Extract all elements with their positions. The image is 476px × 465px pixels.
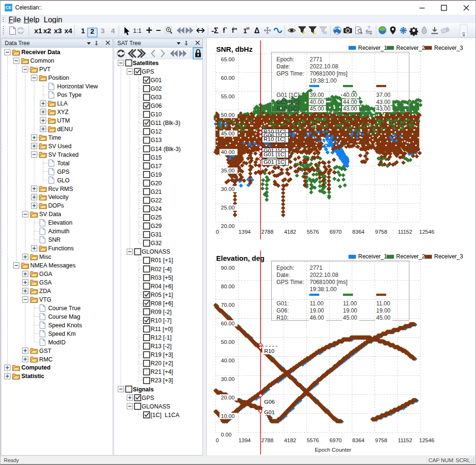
svg-text:G21: G21 bbox=[151, 189, 162, 195]
svg-text:G32: G32 bbox=[151, 240, 162, 247]
svg-text:30.00: 30.00 bbox=[221, 186, 235, 192]
svg-text:Pos Type: Pos Type bbox=[57, 92, 82, 98]
svg-text:G10: G10 bbox=[151, 111, 162, 118]
svg-text:20.00: 20.00 bbox=[221, 395, 235, 400]
svg-text:R01 [+1]: R01 [+1] bbox=[151, 257, 173, 264]
svg-text:19.00: 19.00 bbox=[376, 307, 390, 314]
svg-text:4182: 4182 bbox=[284, 437, 296, 443]
svg-text:2788: 2788 bbox=[261, 437, 274, 443]
svg-text:G14 (Blk-3): G14 (Blk-3) bbox=[151, 146, 181, 152]
svg-text:Elevation: Elevation bbox=[48, 219, 72, 226]
svg-text:Receiver_3: Receiver_3 bbox=[434, 45, 463, 51]
svg-text:DOPs: DOPs bbox=[48, 202, 64, 209]
svg-text:[1C] L1CA: [1C] L1CA bbox=[151, 412, 180, 418]
svg-text:5576: 5576 bbox=[307, 229, 319, 235]
svg-text:3: 3 bbox=[101, 27, 105, 35]
svg-text:SV Used: SV Used bbox=[48, 143, 71, 150]
svg-text:GLONASS: GLONASS bbox=[142, 248, 170, 255]
svg-text:Date:: Date: bbox=[276, 272, 290, 278]
svg-text:70681000 [ms]: 70681000 [ms] bbox=[310, 279, 347, 285]
svg-text:11.00: 11.00 bbox=[343, 300, 357, 307]
svg-text:ModID: ModID bbox=[48, 339, 66, 346]
svg-text:G17: G17 bbox=[151, 163, 162, 170]
svg-text:55.00: 55.00 bbox=[221, 94, 235, 99]
svg-text:GPS: GPS bbox=[57, 169, 69, 175]
svg-text:G13: G13 bbox=[151, 137, 162, 143]
svg-text:30.00: 30.00 bbox=[221, 376, 235, 382]
svg-text:GPS: GPS bbox=[142, 68, 154, 75]
svg-text:RMC: RMC bbox=[39, 356, 53, 363]
svg-text:40.00: 40.00 bbox=[310, 99, 324, 105]
svg-text:x2: x2 bbox=[43, 27, 51, 35]
svg-text:G01 [1C]: G01 [1C] bbox=[264, 159, 286, 165]
svg-text:1: 1 bbox=[81, 27, 85, 35]
svg-text:Receiver_1: Receiver_1 bbox=[358, 45, 387, 51]
svg-text:43.00: 43.00 bbox=[343, 105, 357, 112]
svg-text:SNR, dbHz: SNR, dbHz bbox=[216, 45, 253, 53]
svg-text:20.00: 20.00 bbox=[221, 223, 235, 229]
svg-text:Satellites: Satellites bbox=[133, 60, 159, 66]
svg-text:2788: 2788 bbox=[261, 229, 274, 235]
svg-text:Receiver_1: Receiver_1 bbox=[358, 253, 387, 260]
svg-text:12546: 12546 bbox=[419, 437, 434, 443]
svg-text:70681000 [ms]: 70681000 [ms] bbox=[310, 70, 347, 77]
svg-text:0: 0 bbox=[216, 437, 219, 443]
svg-text:12546: 12546 bbox=[419, 229, 434, 235]
svg-text:f": f" bbox=[232, 27, 237, 34]
svg-text:G02: G02 bbox=[151, 85, 162, 92]
svg-text:XYZ: XYZ bbox=[57, 109, 69, 115]
svg-text:G15: G15 bbox=[151, 154, 162, 161]
svg-text:P: P bbox=[303, 30, 306, 35]
svg-text:40.00: 40.00 bbox=[343, 92, 357, 98]
svg-text:G06 [1C]:: G06 [1C]: bbox=[276, 99, 301, 105]
svg-text:SV Data: SV Data bbox=[39, 211, 61, 218]
svg-text:43.00: 43.00 bbox=[376, 99, 390, 105]
svg-text:Position: Position bbox=[48, 75, 69, 81]
svg-text:50.00: 50.00 bbox=[221, 339, 235, 345]
svg-text:G25: G25 bbox=[151, 214, 162, 221]
svg-text:Signals: Signals bbox=[133, 386, 154, 393]
svg-text:R13 [-2]: R13 [-2] bbox=[151, 343, 171, 350]
svg-text:Total: Total bbox=[57, 160, 69, 167]
svg-text:R21 [+4]: R21 [+4] bbox=[151, 369, 173, 375]
svg-text:M: M bbox=[324, 30, 327, 35]
svg-text:G11 (Blk-3): G11 (Blk-3) bbox=[151, 120, 180, 126]
svg-text:60.00: 60.00 bbox=[221, 75, 235, 81]
svg-text:R02 [-4]: R02 [-4] bbox=[151, 266, 171, 273]
svg-text:2771: 2771 bbox=[310, 265, 323, 271]
svg-text:Time: Time bbox=[48, 134, 61, 141]
svg-text:60.00: 60.00 bbox=[221, 321, 235, 326]
svg-text:GPS Time:: GPS Time: bbox=[276, 70, 304, 77]
svg-text:x1: x1 bbox=[34, 27, 42, 35]
svg-text:19.00: 19.00 bbox=[310, 307, 324, 314]
svg-text:dENU: dENU bbox=[57, 126, 73, 133]
svg-text:80.00: 80.00 bbox=[221, 284, 235, 289]
svg-text:19:38:1.00: 19:38:1.00 bbox=[310, 286, 337, 293]
svg-text:GPS: GPS bbox=[142, 395, 154, 401]
svg-text:Horizontal View: Horizontal View bbox=[57, 83, 98, 90]
svg-text:40.00: 40.00 bbox=[221, 149, 235, 155]
svg-text:GGA: GGA bbox=[39, 271, 53, 277]
svg-text:8364: 8364 bbox=[352, 437, 365, 443]
svg-text:45.00: 45.00 bbox=[376, 314, 390, 321]
svg-text:46.00: 46.00 bbox=[310, 314, 324, 321]
svg-text:Rcv RMS: Rcv RMS bbox=[48, 186, 73, 192]
svg-text:11.00: 11.00 bbox=[376, 300, 390, 307]
svg-text:37.00: 37.00 bbox=[376, 92, 390, 98]
svg-text:R10 [-7]: R10 [-7] bbox=[151, 317, 171, 324]
svg-text:Misc: Misc bbox=[39, 254, 51, 260]
svg-text:GSA: GSA bbox=[39, 279, 52, 286]
svg-text:G01:: G01: bbox=[276, 300, 289, 307]
svg-text:Course Mag: Course Mag bbox=[48, 313, 80, 320]
svg-text:GST: GST bbox=[39, 348, 52, 354]
svg-text:4182: 4182 bbox=[284, 229, 296, 235]
svg-text:Δ: Δ bbox=[254, 27, 260, 35]
svg-text:90.00: 90.00 bbox=[221, 265, 235, 271]
svg-text:45.00: 45.00 bbox=[310, 105, 324, 112]
svg-text:SNR: SNR bbox=[48, 237, 60, 243]
svg-text:R11 [+0]: R11 [+0] bbox=[151, 326, 172, 332]
svg-text:2: 2 bbox=[90, 27, 94, 35]
svg-text:Functions: Functions bbox=[48, 245, 74, 252]
svg-text:Elevation, deg: Elevation, deg bbox=[216, 254, 265, 262]
svg-text:Computed: Computed bbox=[21, 364, 50, 371]
